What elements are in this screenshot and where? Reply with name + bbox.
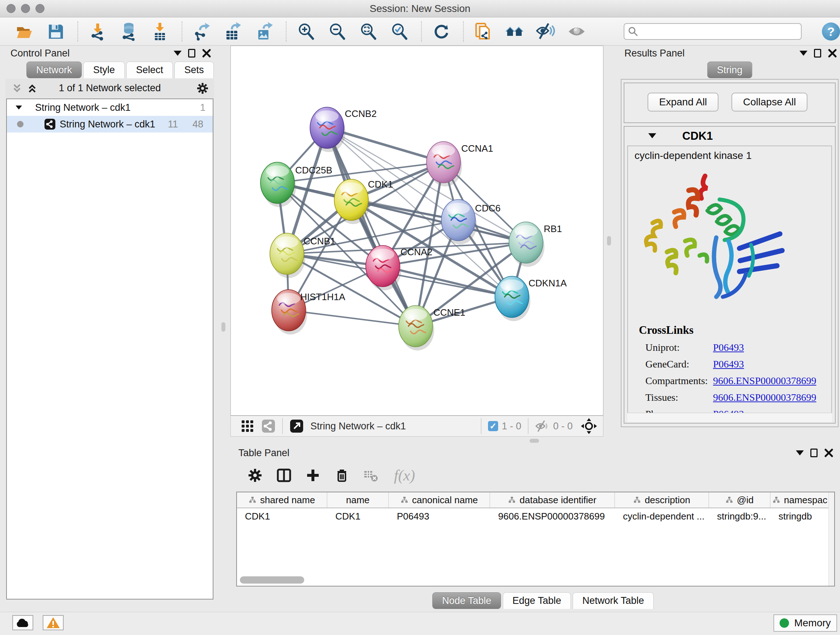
network-selection-status: 1 of 1 Network selected bbox=[5, 82, 214, 94]
network-node-CCNA2[interactable] bbox=[366, 245, 401, 290]
tab-string[interactable]: String bbox=[707, 62, 752, 78]
node-label: CCNE1 bbox=[433, 307, 465, 318]
cdk1-entry-header[interactable]: CDK1 bbox=[624, 127, 835, 145]
collection-count: 1 bbox=[200, 102, 205, 113]
zoom-fit-icon[interactable] bbox=[359, 22, 378, 41]
network-row[interactable]: String Network – cdk1 11 48 bbox=[7, 116, 213, 133]
panel-menu-icon[interactable] bbox=[174, 51, 182, 56]
results-scrollbar[interactable] bbox=[627, 413, 832, 422]
save-session-icon[interactable] bbox=[46, 22, 65, 41]
import-network-file-icon[interactable] bbox=[88, 22, 107, 41]
column-header-shared-name[interactable]: shared name bbox=[237, 492, 327, 508]
import-network-database-icon[interactable] bbox=[119, 22, 138, 41]
export-image-icon[interactable] bbox=[255, 22, 273, 41]
network-node-RB1[interactable] bbox=[509, 222, 545, 267]
zoom-in-icon[interactable] bbox=[297, 22, 316, 41]
network-collection-row[interactable]: String Network – cdk1 1 bbox=[7, 99, 213, 116]
panel-menu-icon[interactable] bbox=[799, 51, 807, 56]
refresh-icon[interactable] bbox=[432, 22, 451, 41]
close-panel-icon[interactable] bbox=[202, 49, 211, 58]
show-columns-icon[interactable] bbox=[276, 467, 292, 483]
network-tree: String Network – cdk1 1 String Network –… bbox=[6, 98, 213, 600]
network-view-mode-icon[interactable] bbox=[261, 419, 276, 433]
expand-all-button[interactable]: Expand All bbox=[647, 93, 718, 111]
tab-network[interactable]: Network bbox=[27, 62, 82, 78]
table-cell[interactable]: 9606.ENSP00000378699 bbox=[490, 508, 615, 524]
horizontal-splitter-handle[interactable] bbox=[530, 439, 539, 443]
grid-view-icon[interactable] bbox=[240, 419, 255, 433]
warnings-button[interactable] bbox=[43, 615, 64, 630]
tab-sets[interactable]: Sets bbox=[174, 62, 213, 78]
network-edge[interactable] bbox=[289, 310, 416, 326]
crosslink-link[interactable]: P06493 bbox=[713, 342, 744, 353]
import-table-file-icon[interactable] bbox=[150, 22, 169, 41]
table-options-gear-icon[interactable] bbox=[247, 467, 263, 483]
column-header--id[interactable]: @id bbox=[709, 492, 771, 508]
export-network-icon[interactable] bbox=[193, 22, 211, 41]
crosslink-link[interactable]: 9606.ENSP00000378699 bbox=[713, 392, 816, 403]
table-cell[interactable]: P06493 bbox=[389, 508, 490, 524]
close-panel-icon[interactable] bbox=[828, 49, 837, 58]
tab-network-table[interactable]: Network Table bbox=[573, 592, 654, 609]
column-header-canonical-name[interactable]: canonical name bbox=[389, 492, 490, 508]
collapse-all-button[interactable]: Collapse All bbox=[731, 93, 807, 111]
export-table-icon[interactable] bbox=[224, 22, 242, 41]
table-cell[interactable]: cyclin-dependent ... bbox=[615, 508, 709, 524]
network-options-gear-icon[interactable] bbox=[196, 82, 209, 95]
column-share-icon bbox=[725, 496, 733, 504]
table-vertical-scrollbar[interactable] bbox=[829, 492, 834, 586]
open-session-icon[interactable] bbox=[15, 22, 34, 41]
search-icon bbox=[628, 27, 638, 36]
selected-count-checkbox-icon[interactable]: ✓ bbox=[488, 421, 498, 431]
search-input[interactable] bbox=[638, 26, 797, 37]
cloud-button[interactable] bbox=[12, 615, 33, 630]
column-header-namespac[interactable]: namespac bbox=[771, 492, 830, 508]
close-panel-icon[interactable] bbox=[824, 448, 834, 458]
table-cell[interactable]: CDK1 bbox=[237, 508, 327, 524]
left-splitter-handle[interactable] bbox=[221, 322, 225, 332]
control-panel-title: Control Panel bbox=[11, 48, 70, 59]
network-node-CCNB1[interactable] bbox=[270, 233, 305, 278]
collection-expand-icon[interactable] bbox=[16, 105, 22, 109]
show-all-eye-icon[interactable] bbox=[567, 22, 586, 41]
network-view-canvas[interactable]: CCNB2CCNA1CDC25BCDK1CDC6RB1CCNB1CCNA2CDK… bbox=[231, 46, 603, 416]
table-horizontal-scrollbar[interactable] bbox=[240, 576, 304, 584]
detach-view-icon[interactable] bbox=[289, 419, 304, 433]
network-node-CCNA1[interactable] bbox=[426, 141, 462, 187]
table-cell[interactable]: stringdb bbox=[771, 508, 830, 524]
tab-edge-table[interactable]: Edge Table bbox=[503, 592, 571, 609]
column-header-name[interactable]: name bbox=[327, 492, 389, 508]
zoom-out-icon[interactable] bbox=[328, 22, 347, 41]
panel-menu-icon[interactable] bbox=[796, 450, 804, 455]
float-panel-icon[interactable] bbox=[188, 49, 195, 57]
search-input-container bbox=[624, 23, 802, 40]
copy-network-icon[interactable] bbox=[474, 22, 493, 41]
float-panel-icon[interactable] bbox=[810, 448, 818, 457]
tab-node-table[interactable]: Node Table bbox=[432, 592, 501, 609]
column-header-description[interactable]: description bbox=[615, 492, 709, 508]
network-node-CCNB2[interactable] bbox=[310, 107, 346, 152]
crosslink-link[interactable]: P06493 bbox=[713, 358, 744, 370]
hide-selected-eye-icon[interactable] bbox=[536, 22, 555, 41]
zoom-selected-icon[interactable] bbox=[390, 22, 409, 41]
crosslink-link[interactable]: 9606.ENSP00000378699 bbox=[713, 375, 816, 386]
tab-style[interactable]: Style bbox=[83, 62, 125, 78]
right-splitter-handle[interactable] bbox=[607, 236, 611, 245]
node-label: CDC25B bbox=[295, 165, 332, 176]
help-button[interactable]: ? bbox=[822, 22, 840, 41]
table-row[interactable]: CDK1CDK1P064939606.ENSP00000378699cyclin… bbox=[237, 508, 834, 524]
column-header-database-identifier[interactable]: database identifier bbox=[490, 492, 615, 508]
table-cell[interactable]: stringdb:9... bbox=[709, 508, 771, 524]
network-node-CDK1[interactable] bbox=[334, 179, 370, 224]
memory-button[interactable]: Memory bbox=[774, 614, 837, 632]
delete-column-icon[interactable] bbox=[334, 467, 350, 483]
add-column-icon[interactable] bbox=[305, 467, 321, 483]
network-node-CCNE1[interactable] bbox=[399, 306, 434, 350]
birds-eye-view-icon[interactable] bbox=[581, 418, 597, 434]
float-panel-icon[interactable] bbox=[814, 49, 821, 57]
network-node-CDKN1A[interactable] bbox=[495, 276, 531, 321]
entry-collapse-icon[interactable] bbox=[648, 133, 656, 138]
home-pages-icon[interactable] bbox=[505, 22, 524, 41]
tab-select[interactable]: Select bbox=[126, 62, 173, 78]
table-cell[interactable]: CDK1 bbox=[327, 508, 389, 524]
